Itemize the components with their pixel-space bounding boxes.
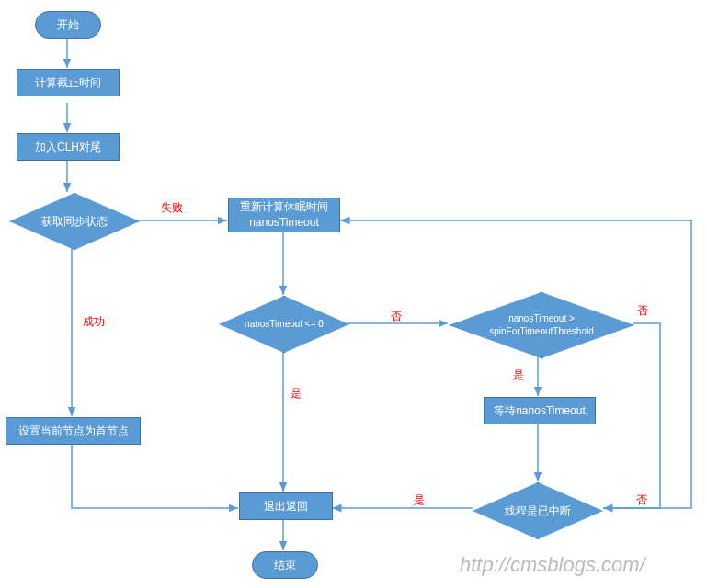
nanos-gt-l1: nanosTimeout > [508,312,575,325]
edge-label-yes-1: 是 [291,386,302,401]
recalc-l1: 重新计算休眠时间 [240,199,328,215]
edge-label-yes-2: 是 [513,368,524,383]
edge-label-no-3: 否 [636,492,647,508]
end-node: 结束 [252,551,318,579]
join-clh-label: 加入CLH对尾 [35,140,101,155]
nanos-gt-l2: spinForTimeoutThreshold [489,325,594,338]
set-head-node: 设置当前节点为首节点 [6,417,141,445]
watermark: http://cmsblogs.com/ [460,553,645,577]
is-interrupted-label: 线程是已中断 [505,503,571,519]
acquire-sync-label: 获取同步状态 [41,214,108,230]
calc-deadline-node: 计算截止时间 [17,69,120,96]
start-label: 开始 [57,17,79,33]
set-head-label: 设置当前节点为首节点 [18,424,129,439]
wait-nanos-node: 等待nanosTimeout [484,397,596,424]
edge-label-no-2: 否 [637,303,648,319]
edge-label-fail: 失败 [161,200,183,216]
edge-label-yes-3: 是 [414,492,425,508]
join-clh-node: 加入CLH对尾 [17,133,120,161]
edge-label-no-1: 否 [391,309,402,324]
start-node: 开始 [35,11,101,39]
exit-return-label: 退出返回 [264,499,308,514]
calc-deadline-label: 计算截止时间 [35,75,101,91]
recalc-l2: nanosTimeout [249,215,319,231]
end-label: 结束 [274,558,296,573]
exit-return-node: 退出返回 [239,492,333,520]
recalc-sleep-node: 重新计算休眠时间nanosTimeout [228,198,340,232]
nanos-le0-label: nanosTimeout <= 0 [245,318,324,331]
edge-label-succ: 成功 [83,314,105,330]
wait-nanos-label: 等待nanosTimeout [494,403,586,419]
